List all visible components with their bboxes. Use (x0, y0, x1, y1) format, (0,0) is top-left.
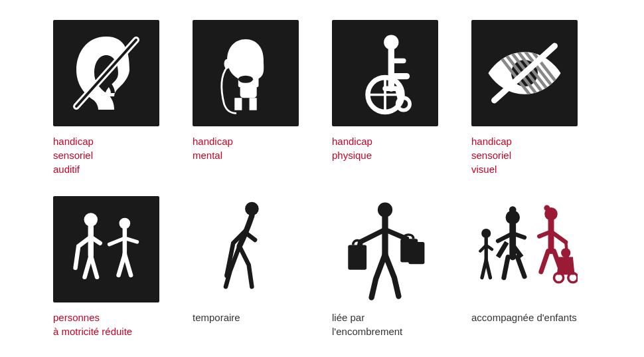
motricite-icon-box (53, 196, 159, 302)
visual-icon (481, 40, 568, 106)
svg-point-6 (398, 98, 410, 110)
mental-icon-box (193, 20, 299, 126)
cell-temporaire: temporaire (183, 189, 322, 352)
svg-point-34 (561, 248, 570, 257)
enfants-icon (471, 198, 578, 301)
mental-label: handicap mental (193, 134, 233, 162)
wheelchair-icon-box (332, 20, 438, 126)
cell-mental: handicap mental (183, 13, 322, 189)
visual-label: handicap sensoriel visuel (471, 134, 512, 176)
ear-icon-box (53, 20, 159, 126)
svg-rect-25 (348, 245, 366, 269)
temporaire-label: temporaire (193, 310, 299, 324)
svg-point-2 (238, 76, 253, 83)
cell-motricite: personnes à motricité réduite (43, 189, 183, 352)
cell-enfants: accompagnée d'enfants (461, 189, 601, 352)
ear-label: handicap sensoriel auditif (53, 134, 94, 176)
cell-ear: handicap sensoriel auditif (43, 13, 183, 189)
wheelchair-label: handicap physique (332, 134, 372, 162)
visual-icon-box (471, 20, 578, 126)
svg-point-30 (509, 206, 517, 213)
temporaire-icon-area (193, 196, 299, 302)
motricite-label: personnes à motricité réduite (53, 310, 132, 338)
motricite-icon (63, 206, 149, 293)
liee-label: liée par l'encombrement (332, 310, 438, 338)
main-grid: handicap sensoriel auditif (23, 0, 621, 357)
mental-icon (209, 30, 282, 116)
liee-icon (342, 198, 428, 301)
wheelchair-icon (349, 30, 422, 116)
svg-point-32 (544, 205, 550, 211)
cell-wheelchair: handicap physique (322, 13, 461, 189)
enfants-icon-area (471, 196, 578, 302)
temporaire-icon (212, 199, 279, 299)
enfants-label: accompagnée d'enfants (471, 310, 578, 324)
cell-visual: handicap sensoriel visuel (461, 13, 601, 189)
liee-icon-area (332, 196, 438, 302)
cell-liee: liée par l'encombrement (322, 189, 461, 352)
ear-icon (66, 30, 146, 116)
svg-rect-27 (408, 241, 424, 263)
